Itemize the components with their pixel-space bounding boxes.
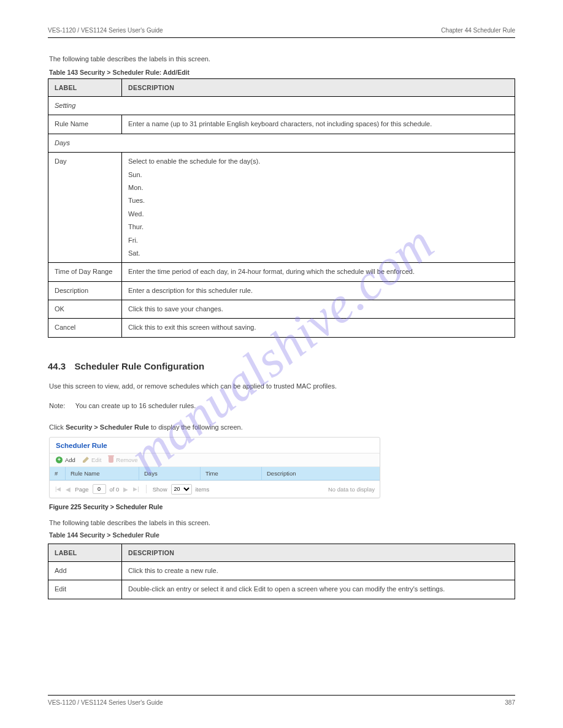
section-number: 44.3: [48, 361, 66, 371]
page-input[interactable]: [93, 484, 106, 494]
col-label: LABEL: [48, 79, 122, 97]
empty-text: No data to display: [328, 486, 375, 493]
footer-left: VES-1120 / VES1124 Series User's Guide: [48, 699, 163, 706]
table-row: Day Select to enable the schedule for th…: [48, 153, 515, 263]
row-desc: Enter a name (up to 31 printable English…: [122, 115, 515, 134]
table-row: Cancel Click this to exit this screen wi…: [48, 319, 515, 337]
note-label: Note:: [49, 401, 74, 411]
row-desc: Enter the time period of each day, in 24…: [122, 263, 515, 281]
prev-page-icon[interactable]: ◀: [65, 486, 71, 493]
table-row: Add Click this to create a new rule.: [48, 561, 515, 580]
col-label: LABEL: [48, 544, 122, 561]
section-text: Use this screen to view, add, or remove …: [48, 381, 515, 392]
section-setting: Setting: [48, 97, 515, 115]
page-header: VES-1120 / VES1124 Series User's Guide C…: [48, 27, 515, 38]
row-label: Add: [48, 561, 122, 580]
col-rule-name: Rule Name: [66, 467, 139, 480]
header-right: Chapter 44 Scheduler Rule: [441, 27, 515, 34]
table-row: OK Click this to save your changes.: [48, 300, 515, 319]
table-143-intro: The following table describes the labels…: [49, 55, 515, 63]
table-row: Rule Name Enter a name (up to 31 printab…: [48, 115, 515, 134]
panel-columns: # Rule Name Days Time Description: [50, 467, 380, 480]
table-144-caption: Table 144 Security > Scheduler Rule: [49, 531, 515, 539]
page-footer: VES-1120 / VES1124 Series User's Guide 3…: [48, 695, 515, 706]
table-144-intro: The following table describes the labels…: [49, 519, 515, 526]
trash-icon: [109, 457, 113, 463]
table-row: Description Enter a description for this…: [48, 281, 515, 300]
row-desc: Double-click an entry or select it and c…: [122, 580, 515, 599]
section-days: Days: [48, 134, 515, 152]
row-desc: Enter a description for this scheduler r…: [122, 281, 515, 300]
table-143: LABEL DESCRIPTION Setting Rule Name Ente…: [48, 78, 515, 338]
scheduler-rule-panel: Scheduler Rule + Add Edit Remove # Rule …: [49, 437, 380, 498]
section-title: Scheduler Rule Configuration: [74, 361, 204, 371]
page-label: Page: [75, 486, 88, 493]
table-row: Time of Day Range Enter the time period …: [48, 263, 515, 281]
of-text: of 0: [110, 486, 120, 493]
plus-icon: +: [56, 457, 63, 463]
first-page-icon[interactable]: |◀: [55, 486, 61, 492]
col-index: #: [50, 467, 66, 480]
last-page-icon[interactable]: ▶|: [132, 486, 139, 492]
items-label: items: [196, 486, 210, 493]
row-label: Day: [48, 153, 122, 263]
row-label: OK: [48, 300, 122, 319]
panel-title: Scheduler Rule: [50, 438, 380, 453]
footer-page-number: 387: [505, 699, 515, 706]
row-label: Edit: [48, 580, 122, 599]
row-label: Description: [48, 281, 122, 300]
table-143-caption: Table 143 Security > Scheduler Rule: Add…: [49, 69, 515, 76]
next-page-icon[interactable]: ▶: [123, 486, 129, 493]
note-text: You can create up to 16 scheduler rules.: [75, 402, 196, 409]
table-144: LABEL DESCRIPTION Add Click this to crea…: [48, 544, 515, 599]
row-label: Time of Day Range: [48, 263, 122, 281]
header-left: VES-1120 / VES1124 Series User's Guide: [48, 27, 163, 34]
table-row: Edit Double-click an entry or select it …: [48, 580, 515, 599]
row-desc: Click this to save your changes.: [122, 300, 515, 319]
edit-icon: [83, 457, 89, 463]
remove-button[interactable]: Remove: [109, 457, 137, 463]
col-description: Description: [262, 467, 380, 480]
col-description: DESCRIPTION: [122, 79, 515, 97]
figure-225-caption: Figure 225 Security > Scheduler Rule: [49, 503, 515, 510]
add-button[interactable]: + Add: [56, 457, 75, 463]
section-heading: 44.3 Scheduler Rule Configuration: [48, 361, 515, 371]
add-label: Add: [65, 457, 75, 463]
remove-label: Remove: [116, 457, 137, 463]
row-desc: Select to enable the schedule for the da…: [122, 153, 515, 263]
section-path: Click Security > Scheduler Rule to displ…: [48, 423, 515, 431]
show-label: Show: [153, 486, 167, 493]
row-label: Rule Name: [48, 115, 122, 134]
col-time: Time: [201, 467, 262, 480]
divider: [146, 485, 147, 493]
col-description: DESCRIPTION: [122, 544, 515, 561]
section-note: Note: You can create up to 16 scheduler …: [48, 401, 515, 411]
items-per-page-select[interactable]: 20: [171, 484, 192, 495]
edit-label: Edit: [91, 457, 101, 463]
edit-button[interactable]: Edit: [83, 457, 101, 463]
panel-pager: |◀ ◀ Page of 0 ▶ ▶| Show 20 items No dat…: [50, 480, 380, 498]
row-desc: Click this to create a new rule.: [122, 561, 515, 580]
row-label: Cancel: [48, 319, 122, 337]
col-days: Days: [139, 467, 201, 480]
row-desc: Click this to exit this screen without s…: [122, 319, 515, 337]
panel-toolbar: + Add Edit Remove: [50, 453, 380, 467]
